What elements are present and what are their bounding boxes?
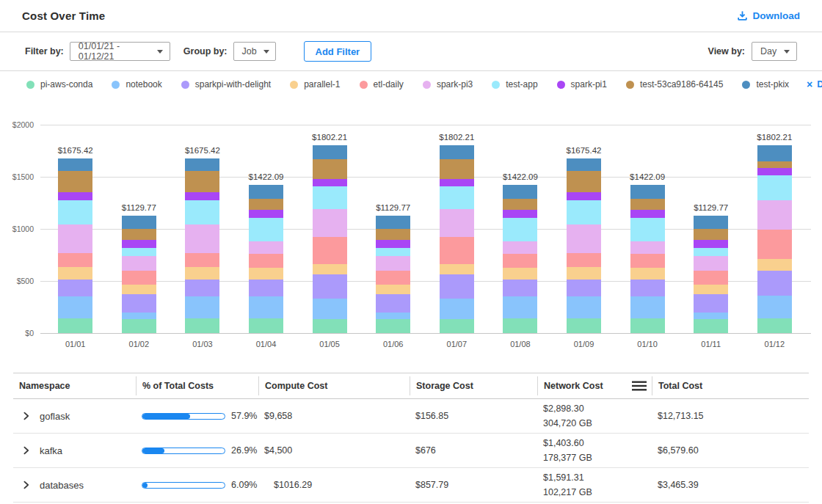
bar-segment-sparkpi-with-delight[interactable] <box>440 274 474 298</box>
bar-segment-etl-daily[interactable] <box>185 253 219 267</box>
bar-segment-pi-aws-conda[interactable] <box>503 318 537 333</box>
legend-item-notebook[interactable]: notebook <box>112 79 161 90</box>
bar-segment-test-pkix[interactable] <box>630 185 665 199</box>
column-settings-icon[interactable] <box>632 381 647 391</box>
bar-segment-test-app[interactable] <box>757 175 792 200</box>
bar-segment-etl-daily[interactable] <box>58 253 92 267</box>
bar-segment-pi-aws-conda[interactable] <box>185 318 219 333</box>
bar-segment-etl-daily[interactable] <box>757 230 792 259</box>
bar-segment-sparkpi-with-delight[interactable] <box>58 280 92 297</box>
bar-segment-pi-aws-conda[interactable] <box>58 318 92 333</box>
legend-item-pi-aws-conda[interactable]: pi-aws-conda <box>26 79 92 90</box>
bar-segment-test-app[interactable] <box>630 218 665 241</box>
legend-item-spark-pi1[interactable]: spark-pi1 <box>557 79 607 90</box>
bar-segment-test-pkix[interactable] <box>122 216 156 229</box>
group-by-select[interactable]: Job <box>233 42 276 61</box>
bar-segment-spark-pi1[interactable] <box>503 210 537 217</box>
bar-segment-pi-aws-conda[interactable] <box>694 319 728 333</box>
bar-segment-spark-pi3[interactable] <box>122 256 156 271</box>
add-filter-button[interactable]: Add Filter <box>304 41 372 62</box>
bar-segment-etl-daily[interactable] <box>630 254 665 268</box>
bar-segment-sparkpi-with-delight[interactable] <box>249 280 283 296</box>
bar-segment-test-53ca9186-64145[interactable] <box>503 199 537 210</box>
bar-segment-sparkpi-with-delight[interactable] <box>630 280 665 296</box>
bar-segment-test-app[interactable] <box>122 248 156 256</box>
bar-segment-etl-daily[interactable] <box>249 254 283 268</box>
legend-item-test-53ca9186-64145[interactable]: test-53ca9186-64145 <box>626 79 723 90</box>
bar-segment-spark-pi3[interactable] <box>58 224 92 254</box>
bar-segment-test-pkix[interactable] <box>694 216 728 229</box>
bar-segment-notebook[interactable] <box>503 296 537 318</box>
bar-segment-test-app[interactable] <box>503 218 537 241</box>
bar-segment-spark-pi1[interactable] <box>757 168 792 175</box>
bar-segment-test-pkix[interactable] <box>376 216 410 229</box>
bar-segment-test-53ca9186-64145[interactable] <box>376 229 410 240</box>
bar-segment-pi-aws-conda[interactable] <box>440 319 474 333</box>
bar-segment-spark-pi3[interactable] <box>440 209 474 236</box>
bar-segment-notebook[interactable] <box>249 296 283 318</box>
bar-segment-parallel-1[interactable] <box>376 285 410 294</box>
bar-segment-parallel-1[interactable] <box>313 264 347 274</box>
bar-segment-test-app[interactable] <box>567 200 601 224</box>
bar-segment-notebook[interactable] <box>440 299 474 320</box>
view-by-select[interactable]: Day <box>752 42 797 61</box>
bar-segment-sparkpi-with-delight[interactable] <box>757 271 792 296</box>
bar-segment-notebook[interactable] <box>313 299 347 320</box>
legend-item-test-pkix[interactable]: test-pkix <box>742 79 789 90</box>
bar-segment-parallel-1[interactable] <box>757 259 792 271</box>
bar-segment-sparkpi-with-delight[interactable] <box>313 274 347 298</box>
bar-segment-test-53ca9186-64145[interactable] <box>185 171 219 192</box>
bar-segment-notebook[interactable] <box>376 313 410 319</box>
bar-segment-test-53ca9186-64145[interactable] <box>313 159 347 179</box>
bar-segment-test-app[interactable] <box>58 200 92 224</box>
bar-segment-spark-pi1[interactable] <box>185 192 219 200</box>
bar-segment-spark-pi1[interactable] <box>122 240 156 248</box>
bar-segment-spark-pi3[interactable] <box>249 241 283 254</box>
bar-segment-spark-pi1[interactable] <box>376 240 410 248</box>
bar-segment-test-app[interactable] <box>249 218 283 241</box>
date-range-select[interactable]: 01/01/21 - 01/12/21 <box>70 42 170 61</box>
bar-segment-sparkpi-with-delight[interactable] <box>694 294 728 312</box>
bar-segment-test-pkix[interactable] <box>503 185 537 199</box>
bar-segment-etl-daily[interactable] <box>122 271 156 285</box>
expand-row-icon[interactable] <box>22 446 30 455</box>
bar-segment-spark-pi1[interactable] <box>694 240 728 248</box>
bar-segment-pi-aws-conda[interactable] <box>249 318 283 333</box>
bar-segment-spark-pi1[interactable] <box>440 179 474 187</box>
bar-segment-pi-aws-conda[interactable] <box>122 319 156 333</box>
bar-segment-test-app[interactable] <box>376 248 410 256</box>
expand-row-icon[interactable] <box>22 412 30 420</box>
bar-segment-test-53ca9186-64145[interactable] <box>630 199 665 210</box>
bar-segment-test-53ca9186-64145[interactable] <box>122 229 156 240</box>
bar-segment-etl-daily[interactable] <box>503 254 537 268</box>
bar-segment-sparkpi-with-delight[interactable] <box>503 280 537 296</box>
download-button[interactable]: Download <box>737 10 801 21</box>
bar-segment-etl-daily[interactable] <box>440 237 474 264</box>
bar-segment-spark-pi1[interactable] <box>567 192 601 200</box>
bar-segment-test-pkix[interactable] <box>757 145 792 161</box>
bar-segment-parallel-1[interactable] <box>630 268 665 280</box>
bar-segment-spark-pi1[interactable] <box>249 210 283 217</box>
bar-segment-spark-pi3[interactable] <box>630 241 665 254</box>
bar-segment-parallel-1[interactable] <box>58 267 92 279</box>
bar-segment-spark-pi1[interactable] <box>630 210 665 217</box>
bar-segment-spark-pi3[interactable] <box>694 256 728 271</box>
legend-item-sparkpi-with-delight[interactable]: sparkpi-with-delight <box>181 79 271 90</box>
bar-segment-test-app[interactable] <box>313 186 347 209</box>
bar-segment-test-app[interactable] <box>694 248 728 256</box>
bar-segment-test-app[interactable] <box>440 186 474 209</box>
bar-segment-parallel-1[interactable] <box>503 268 537 280</box>
bar-segment-etl-daily[interactable] <box>567 253 601 267</box>
bar-segment-parallel-1[interactable] <box>440 264 474 274</box>
bar-segment-notebook[interactable] <box>567 296 601 318</box>
bar-segment-spark-pi1[interactable] <box>313 179 347 187</box>
bar-segment-spark-pi3[interactable] <box>185 224 219 254</box>
bar-segment-spark-pi3[interactable] <box>376 256 410 271</box>
bar-segment-test-53ca9186-64145[interactable] <box>58 171 92 192</box>
bar-segment-test-53ca9186-64145[interactable] <box>694 229 728 240</box>
bar-segment-pi-aws-conda[interactable] <box>567 318 601 333</box>
bar-segment-test-pkix[interactable] <box>58 158 92 171</box>
bar-segment-pi-aws-conda[interactable] <box>757 318 792 333</box>
bar-segment-pi-aws-conda[interactable] <box>313 319 347 333</box>
bar-segment-spark-pi1[interactable] <box>58 192 92 200</box>
